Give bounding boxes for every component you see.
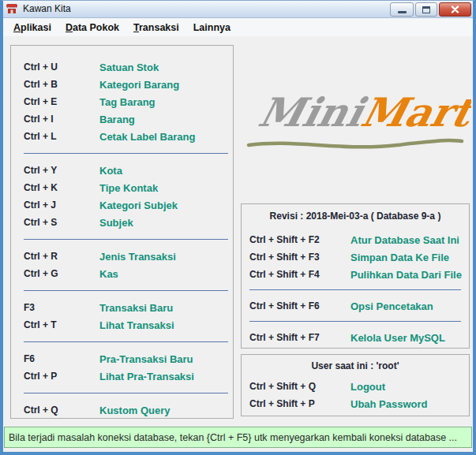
logo-text-mart: Mart [357,89,471,136]
menu-item-data-pokok[interactable]: Data Pokok [58,20,126,35]
menu-item-aplikasi[interactable]: Aplikasi [6,20,58,35]
action-tag-barang[interactable]: Tag Barang [99,96,156,108]
revision-header: Revisi : 2018-Mei-03-a ( Database 9-a ) [242,204,469,231]
database-panel: Revisi : 2018-Mei-03-a ( Database 9-a ) … [241,203,470,349]
shortcut-key: Ctrl + L [11,131,99,142]
shortcut-row: Ctrl + Shift + F3 Simpan Data Ke File [242,248,469,266]
shortcut-row: Ctrl + Shift + F2 Atur Database Saat Ini [242,231,469,248]
shortcut-key: Ctrl + K [11,182,99,193]
shortcut-row: Ctrl + T Lihat Transaksi [11,316,233,334]
minimart-logo: MiniMart [239,76,471,159]
shortcut-key: Ctrl + I [11,114,99,125]
shortcut-row: Ctrl + Shift + F4 Pulihkan Data Dari Fil… [242,266,469,283]
title-bar: Kawan Kita [0,0,476,18]
shortcut-key: Ctrl + U [11,62,99,73]
menu-access-key: T [133,22,139,33]
shortcut-row: Ctrl + E Tag Barang [11,93,233,110]
action-lihat-transaksi[interactable]: Lihat Transaksi [99,319,174,331]
shortcut-row: Ctrl + Shift + F6 Opsi Pencetakan [242,297,469,315]
action-satuan-stok[interactable]: Satuan Stok [99,62,159,73]
action-atur-database[interactable]: Atur Database Saat Ini [350,234,459,246]
action-lihat-pra-transaksi[interactable]: Lihat Pra-Transaksi [99,371,194,382]
shortcut-row: Ctrl + Shift + F7 Kelola User MySQL [242,329,469,346]
action-transaksi-baru[interactable]: Transaksi Baru [99,302,173,314]
menu-item-label: ata Pokok [73,22,119,33]
shortcut-key: Ctrl + T [11,319,99,330]
action-cetak-label-barang[interactable]: Cetak Label Barang [99,131,195,143]
action-kas[interactable]: Kas [99,268,118,280]
action-kelola-user-mysql[interactable]: Kelola User MySQL [350,332,445,344]
shortcut-key: F6 [11,353,99,364]
logo-text: MiniMart [254,89,471,136]
group-separator [24,239,228,240]
shortcut-key: Ctrl + S [11,217,99,228]
shortcut-key: Ctrl + J [11,200,99,211]
menu-item-label: Lainnya [193,22,231,33]
group-separator [24,341,228,342]
shortcut-row: Ctrl + L Cetak Label Barang [11,128,233,145]
app-shop-icon [6,2,18,15]
shortcut-key: Ctrl + Shift + Q [242,381,350,392]
shortcut-key: Ctrl + G [11,268,99,279]
shortcut-row: F3 Transaksi Baru [11,299,233,316]
status-bar: Bila terjadi masalah koneksi database, t… [4,427,472,448]
action-pra-transaksi-baru[interactable]: Pra-Transaksi Baru [99,353,193,365]
action-barang[interactable]: Barang [99,114,135,125]
menu-item-lainnya[interactable]: Lainnya [186,20,238,35]
user-panel: User saat ini : 'root' Ctrl + Shift + Q … [241,354,470,416]
logo-underline-swoosh [249,140,462,147]
shortcut-row: Ctrl + G Kas [11,265,233,282]
shortcut-key: Ctrl + E [11,96,99,107]
minimize-button[interactable] [390,2,414,17]
shortcut-row: Ctrl + R Jenis Transaksi [11,248,233,265]
window-title: Kawan Kita [23,3,71,14]
shortcut-key: Ctrl + P [11,371,99,382]
action-kustom-query[interactable]: Kustom Query [99,405,171,416]
minimize-icon [398,11,407,13]
current-user-header: User saat ini : 'root' [242,355,469,378]
shortcut-key: Ctrl + Shift + F6 [242,300,350,311]
maximize-icon [422,6,430,13]
shortcut-key: Ctrl + R [11,251,99,262]
action-opsi-pencetakan[interactable]: Opsi Pencetakan [350,300,433,312]
action-pulihkan-data[interactable]: Pulihkan Data Dari File [350,269,462,281]
action-logout[interactable]: Logout [350,381,385,393]
shortcut-row: Ctrl + S Subjek [11,214,233,231]
shortcut-key: Ctrl + Shift + F7 [242,332,350,343]
menu-item-label: plikasi [21,22,51,33]
shortcut-row: Ctrl + K Tipe Kontak [11,179,233,196]
action-jenis-transaksi[interactable]: Jenis Transaksi [99,251,176,263]
close-icon [451,6,459,13]
action-tipe-kontak[interactable]: Tipe Kontak [99,182,158,194]
group-separator [24,393,228,393]
group-separator [249,321,461,322]
action-kota[interactable]: Kota [99,165,122,177]
status-message: Bila terjadi masalah koneksi database, t… [9,432,457,443]
shortcut-key: Ctrl + Shift + F2 [242,234,350,245]
group-separator [249,289,461,290]
shortcut-key: Ctrl + Shift + P [242,398,350,409]
action-simpan-data[interactable]: Simpan Data Ke File [350,252,449,263]
action-ubah-password[interactable]: Ubah Password [350,398,428,410]
menu-access-key: A [13,22,21,33]
shortcut-row: Ctrl + Shift + Q Logout [242,378,469,395]
close-button[interactable] [439,2,471,17]
action-kategori-barang[interactable]: Kategori Barang [99,79,179,91]
menu-item-label: ransaksi [139,22,179,33]
menu-bar: Aplikasi Data Pokok Transaksi Lainnya [3,18,473,36]
shortcut-key: Ctrl + Q [11,405,99,416]
shortcut-key: Ctrl + Y [11,165,99,176]
logo-text-mini: Mini [254,89,372,136]
menu-item-transaksi[interactable]: Transaksi [126,20,186,35]
group-separator [24,153,228,154]
menu-access-key: D [66,22,73,33]
action-subjek[interactable]: Subjek [99,217,133,229]
action-kategori-subjek[interactable]: Kategori Subjek [99,200,178,211]
shortcut-key: Ctrl + Shift + F4 [242,269,350,280]
maximize-button[interactable] [415,2,437,17]
shortcut-row: Ctrl + Y Kota [11,162,233,179]
shortcut-key: F3 [11,302,99,313]
shortcut-row: Ctrl + I Barang [11,110,233,128]
window-controls [390,2,471,17]
group-separator [24,290,228,291]
